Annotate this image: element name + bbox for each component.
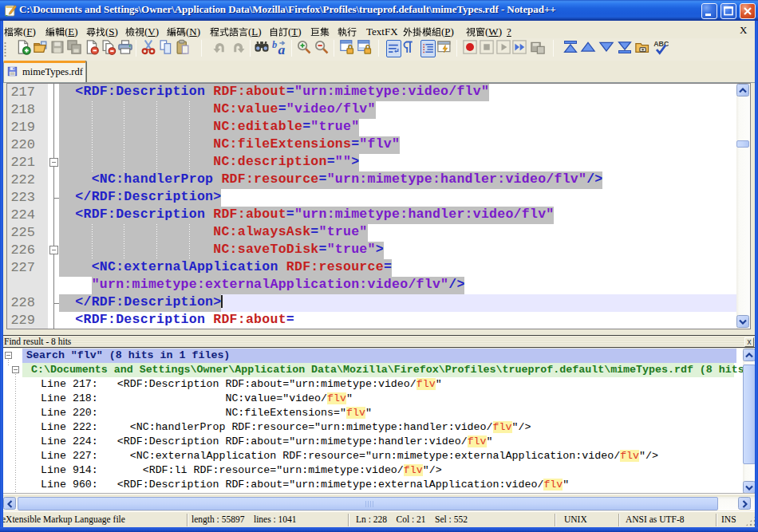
svg-text:b: b [272, 39, 277, 50]
svg-text:ABC: ABC [653, 40, 669, 48]
